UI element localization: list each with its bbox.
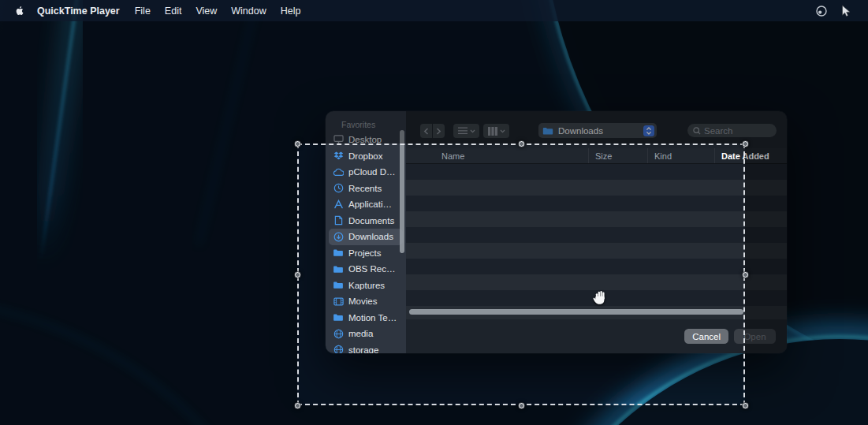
popup-stepper-icon xyxy=(643,125,654,136)
selection-handle-left-middle[interactable] xyxy=(294,271,301,278)
menu-help[interactable]: Help xyxy=(274,6,308,17)
folder-icon xyxy=(333,280,344,291)
sidebar-item-documents[interactable]: Documents xyxy=(329,213,403,229)
sidebar-item-label: Kaptures xyxy=(348,281,385,290)
sidebar-item-pcloud[interactable]: pCloud D… xyxy=(329,164,403,181)
dialog-footer: Cancel Open xyxy=(406,319,787,353)
sidebar-item-motion-templates[interactable]: Motion Te… xyxy=(329,310,403,326)
sidebar-item-label: media xyxy=(348,329,373,338)
column-header-name[interactable]: Name xyxy=(406,148,589,163)
folder-icon xyxy=(333,312,344,323)
sidebar-item-media[interactable]: media xyxy=(329,326,403,342)
menu-bar: QuickTime Player File Edit View Window H… xyxy=(0,0,868,21)
back-button[interactable] xyxy=(420,124,432,138)
sidebar-item-storage[interactable]: storage xyxy=(329,342,403,354)
sidebar-item-label: Desktop xyxy=(348,135,382,144)
menu-view[interactable]: View xyxy=(188,6,224,17)
file-list xyxy=(406,164,787,306)
sidebar-item-kaptures[interactable]: Kaptures xyxy=(329,278,403,294)
chevron-left-icon xyxy=(423,128,429,135)
column-header-size[interactable]: Size xyxy=(589,148,648,163)
sidebar-item-dropbox[interactable]: Dropbox xyxy=(329,148,403,165)
grid-view-button[interactable] xyxy=(483,124,509,138)
sidebar-item-applications[interactable]: Applicati… xyxy=(329,196,403,213)
selection-handle-top-left[interactable] xyxy=(294,140,301,147)
menu-window[interactable]: Window xyxy=(224,6,273,17)
forward-button[interactable] xyxy=(433,124,445,138)
sidebar-scrollbar[interactable] xyxy=(400,130,404,253)
sidebar-item-projects[interactable]: Projects xyxy=(329,245,403,262)
sidebar-item-label: Applicati… xyxy=(348,199,392,209)
sidebar-item-label: storage xyxy=(348,345,378,353)
sidebar-item-label: OBS Rec… xyxy=(348,264,395,274)
location-popup[interactable]: Downloads xyxy=(538,123,657,138)
file-list-row xyxy=(406,274,787,290)
folder-icon xyxy=(333,248,344,259)
sidebar-item-label: Projects xyxy=(348,248,382,258)
sidebar-item-label: Motion Te… xyxy=(348,313,397,322)
selection-handle-bottom-right[interactable] xyxy=(742,402,749,409)
file-list-row xyxy=(406,259,787,274)
sidebar-item-recents[interactable]: Recents xyxy=(329,181,403,197)
search-icon xyxy=(693,127,701,135)
sidebar-item-label: Dropbox xyxy=(348,151,382,161)
sidebar-item-downloads[interactable]: Downloads xyxy=(329,229,403,245)
apple-menu[interactable] xyxy=(14,5,26,17)
selection-handle-bottom-middle[interactable] xyxy=(518,402,525,409)
horizontal-scroll-track xyxy=(406,306,787,319)
selection-handle-top-right[interactable] xyxy=(742,140,749,147)
selection-handle-right-middle[interactable] xyxy=(742,271,749,278)
cloud-icon xyxy=(333,166,344,177)
file-list-row xyxy=(406,164,787,180)
column-header-kind[interactable]: Kind xyxy=(648,148,715,163)
chevron-down-icon xyxy=(500,129,505,133)
dialog-toolbar: Downloads Search xyxy=(406,111,787,148)
sidebar-item-movies[interactable]: Movies xyxy=(329,293,403,310)
screen-recording-icon[interactable] xyxy=(815,5,828,17)
selection-handle-bottom-left[interactable] xyxy=(294,402,301,409)
sidebar-section-label: Favorites xyxy=(341,120,375,129)
sidebar-item-obs-recordings[interactable]: OBS Rec… xyxy=(329,261,403,278)
list-view-icon xyxy=(458,127,468,135)
selection-handle-top-middle[interactable] xyxy=(518,140,525,147)
network-icon xyxy=(333,345,344,353)
active-app-name[interactable]: QuickTime Player xyxy=(37,6,120,17)
folder-icon xyxy=(333,263,344,274)
cancel-button[interactable]: Cancel xyxy=(684,329,728,344)
file-list-row xyxy=(406,227,787,243)
movies-icon xyxy=(333,296,344,307)
open-button[interactable]: Open xyxy=(734,329,776,344)
search-input[interactable]: Search xyxy=(687,124,777,137)
list-view-button[interactable] xyxy=(453,124,479,138)
desktop-icon xyxy=(333,134,344,145)
menu-edit[interactable]: Edit xyxy=(158,6,189,17)
menu-file[interactable]: File xyxy=(128,6,158,17)
file-list-row xyxy=(406,211,787,227)
file-browser-pane: Downloads Search Name Size Kind Date Add… xyxy=(406,111,787,353)
open-file-dialog: Favorites Desktop Dropbox pCloud D… xyxy=(326,111,787,353)
sidebar-item-label: Recents xyxy=(348,184,382,193)
column-header-date-added[interactable]: Date Added xyxy=(715,148,787,163)
hand-cursor-icon xyxy=(593,289,607,304)
chevron-right-icon xyxy=(436,128,441,135)
sidebar-item-desktop[interactable]: Desktop xyxy=(329,132,403,148)
horizontal-scrollbar[interactable] xyxy=(409,309,743,315)
location-popup-value: Downloads xyxy=(558,126,643,136)
search-placeholder: Search xyxy=(704,126,732,136)
sidebar-item-label: Downloads xyxy=(348,232,393,241)
applications-icon xyxy=(333,199,344,210)
chevron-down-icon xyxy=(470,129,475,133)
downloads-icon xyxy=(333,231,344,242)
file-list-header: Name Size Kind Date Added xyxy=(406,148,787,164)
finder-sidebar: Favorites Desktop Dropbox pCloud D… xyxy=(326,111,406,353)
file-list-row xyxy=(406,243,787,259)
dropbox-icon xyxy=(333,151,344,162)
sidebar-item-label: pCloud D… xyxy=(348,167,395,177)
network-icon xyxy=(333,328,344,339)
grid-view-icon xyxy=(488,127,497,136)
folder-icon xyxy=(542,126,553,136)
apple-logo-icon xyxy=(14,5,25,17)
sidebar-item-label: Movies xyxy=(348,296,377,306)
file-list-row xyxy=(406,196,787,211)
clock-icon xyxy=(333,183,344,194)
